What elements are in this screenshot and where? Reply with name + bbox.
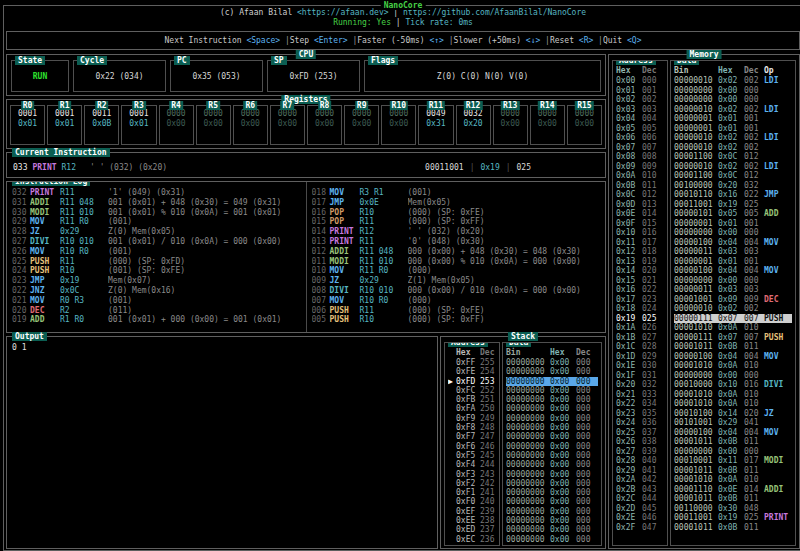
memory-value-bin: 00000111 bbox=[674, 314, 718, 324]
stack-data-row: 00000000 0x00 000 bbox=[506, 404, 598, 413]
control-item[interactable]: Quit <Q> | bbox=[603, 36, 642, 45]
log-entry-opcode: ADDI bbox=[30, 198, 60, 208]
memory-address-row: 0x05 005 bbox=[616, 124, 664, 134]
memory-address-rows[interactable]: 0x00 000 0x01 001 0x02 002 bbox=[616, 76, 664, 532]
memory-address-column: Address Hex Dec 0x00 000 bbox=[612, 60, 668, 546]
control-key[interactable]: <Enter> bbox=[314, 36, 348, 45]
stack-address-rows[interactable]: 0xFF 255 0xFE 254 ▶ 0xFD bbox=[448, 358, 496, 544]
memory-data-row: 00000000 0x00 000 bbox=[674, 228, 792, 238]
memory-data-rows[interactable]: 00000010 0x02 002 LDI 00000000 0x00 000 bbox=[674, 76, 792, 532]
stack-value-dec: 000 bbox=[576, 460, 594, 469]
author-link[interactable]: <https://afaan.dev> bbox=[297, 8, 389, 17]
control-item[interactable]: Reset <R> | bbox=[550, 36, 603, 45]
control-item[interactable]: Step <Enter> | bbox=[290, 36, 357, 45]
memory-addr-hex: 0x1C bbox=[616, 342, 642, 352]
control-item[interactable]: Faster (-50ms) <↑> | bbox=[357, 36, 453, 45]
log-entry-num: 030 bbox=[12, 208, 30, 218]
repo-link[interactable]: https://github.com/AfaanBilal/NanoCore bbox=[403, 8, 586, 17]
memory-addr-hex: 0x19 bbox=[616, 314, 642, 324]
memory-addr-dec: 018 bbox=[642, 247, 662, 257]
memory-value-hex: 0x03 bbox=[718, 247, 744, 257]
log-entry: 016 POP R10 (000) (SP: 0xFE) bbox=[312, 208, 603, 218]
memory-value-bin: 00000010 bbox=[674, 304, 718, 314]
memory-address-row: 0x1E 030 bbox=[616, 361, 664, 371]
stack-data-rows[interactable]: 00000000 0x00 000 00000000 0x00 000 bbox=[506, 358, 598, 544]
stack-value-dec: 000 bbox=[576, 497, 594, 506]
log-entry-detail: (001) bbox=[108, 247, 303, 257]
memory-addr-hex: 0x06 bbox=[616, 133, 642, 143]
memory-value-bin: 00001011 bbox=[674, 437, 718, 447]
memory-addr-hex: 0x15 bbox=[616, 276, 642, 286]
memory-address-row: 0x0F 015 bbox=[616, 219, 664, 229]
stack-address-row: 0xEF 239 bbox=[448, 507, 496, 516]
control-key[interactable]: <↓> bbox=[526, 36, 540, 45]
memory-address-row: 0x0A 010 bbox=[616, 171, 664, 181]
memory-value-hex: 0x0B bbox=[718, 466, 744, 476]
memory-addr-hex: 0x23 bbox=[616, 409, 642, 419]
current-instruction-hex: 0x19 bbox=[480, 163, 499, 172]
control-item[interactable]: Slower (+50ms) <↓> | bbox=[454, 36, 550, 45]
memory-address-row: 0x09 009 bbox=[616, 162, 664, 172]
log-entry-detail: (000) bbox=[408, 296, 603, 306]
memory-value-dec: 000 bbox=[744, 95, 764, 105]
stack-value-hex: 0x00 bbox=[550, 404, 576, 413]
stack-value-hex: 0x00 bbox=[550, 432, 576, 441]
memory-addr-dec: 027 bbox=[642, 333, 662, 343]
stack-addr-hex: 0xF4 bbox=[456, 460, 480, 469]
log-entry-detail: (000) bbox=[408, 266, 603, 276]
stack-data-row: 00000000 0x00 000 bbox=[506, 377, 598, 386]
memory-value-bin: 00001011 bbox=[674, 494, 718, 504]
register-hex-value: 0x00 bbox=[531, 119, 564, 129]
memory-addr-dec: 047 bbox=[642, 523, 662, 533]
log-entry-num: 029 bbox=[12, 217, 30, 227]
memory-data-row: 00001100 0x0C 012 bbox=[674, 152, 792, 162]
memory-value-bin: 00000111 bbox=[674, 333, 718, 343]
memory-data-column: Data Bin Hex Dec Op 00000010 bbox=[670, 60, 796, 546]
stack-addr-hex: 0xFE bbox=[456, 367, 480, 376]
register-name: R8 bbox=[318, 101, 332, 110]
log-entry: 011 MODI R11 010 000 (0x00) % 010 (0x0A)… bbox=[312, 257, 603, 267]
app-window: NanoCore (c) Afaan Bilal <https://afaan.… bbox=[3, 5, 800, 551]
stack-value-bin: 00000000 bbox=[506, 395, 550, 404]
memory-addr-dec: 030 bbox=[642, 361, 662, 371]
memory-value-opcode bbox=[764, 475, 792, 485]
stack-data-row: 00000000 0x00 000 bbox=[506, 497, 598, 506]
memory-value-opcode bbox=[764, 437, 792, 447]
cpu-flags-box: Flags Z(0) C(0) N(0) V(0) bbox=[364, 60, 601, 92]
memory-address-row: 0x11 017 bbox=[616, 238, 664, 248]
control-key[interactable]: <↑> bbox=[429, 36, 443, 45]
log-entry-num: 016 bbox=[312, 208, 330, 218]
instruction-log-right-column[interactable]: 018 MOV R3 R1 (001) 017 JMP 0x0E Mem(0x0… bbox=[306, 182, 606, 332]
output-text: 0 1 bbox=[12, 343, 26, 352]
memory-value-dec: 004 bbox=[744, 352, 764, 362]
memory-value-dec: 032 bbox=[744, 181, 764, 191]
log-entry-args: R10 010 bbox=[360, 286, 408, 296]
left-column: CPU State RUN Cycle 0x22 (034) PC 0x35 (… bbox=[6, 54, 606, 549]
register-dec-value: 0001 bbox=[122, 109, 155, 119]
memory-value-bin: 00000000 bbox=[674, 95, 718, 105]
stack-value-hex: 0x00 bbox=[550, 358, 576, 367]
stack-address-row: 0xF9 249 bbox=[448, 414, 496, 423]
stack-value-bin: 00000000 bbox=[506, 442, 550, 451]
memory-data-row: 00000100 0x04 004 MOV bbox=[674, 266, 792, 276]
control-key[interactable]: <R> bbox=[579, 36, 593, 45]
memory-value-dec: 022 bbox=[744, 190, 764, 200]
memory-addr-dec: 017 bbox=[642, 238, 662, 248]
control-key[interactable]: <Space> bbox=[246, 36, 280, 45]
log-entry-args: 0x0E bbox=[360, 198, 408, 208]
stack-pointer-icon bbox=[448, 507, 456, 516]
control-item[interactable]: Next Instruction <Space> | bbox=[165, 36, 290, 45]
memory-value-bin: 00001011 bbox=[674, 523, 718, 533]
stack-value-bin: 00000000 bbox=[506, 432, 550, 441]
memory-data-row: 00011001 0x19 025 PRINT bbox=[674, 513, 792, 523]
log-entry: 010 MOV R11 R0 (000) bbox=[312, 266, 603, 276]
memory-addr-dec: 045 bbox=[642, 504, 662, 514]
instruction-log-left-column[interactable]: 032 PRINT R11 '1' (049) (0x31) 031 ADDI … bbox=[7, 182, 306, 332]
current-instruction-encoding: 00011001 | 0x19 | 025 bbox=[425, 163, 531, 172]
control-key[interactable]: <Q> bbox=[627, 36, 641, 45]
memory-data-row: 00000000 0x00 000 bbox=[674, 86, 792, 96]
log-entry-args: R11 bbox=[360, 237, 408, 247]
memory-value-bin: 00000100 bbox=[674, 352, 718, 362]
stack-value-dec: 000 bbox=[576, 404, 594, 413]
log-entry-detail: Mem(0x05) bbox=[408, 198, 603, 208]
